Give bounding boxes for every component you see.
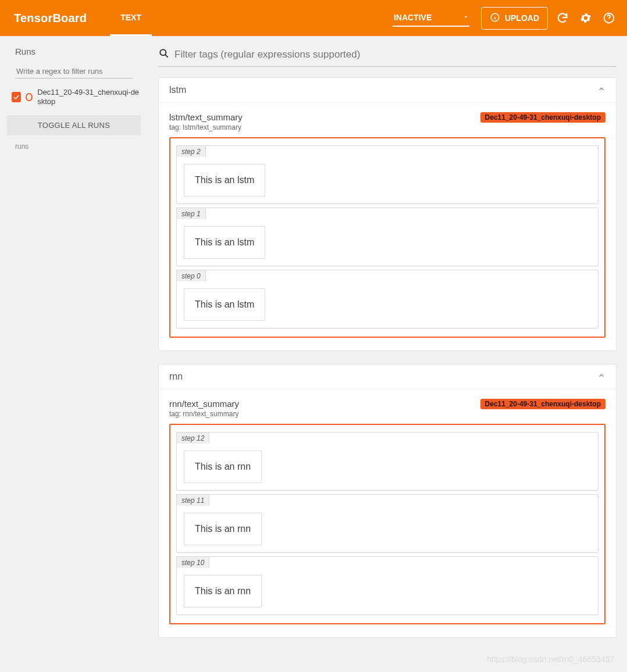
- step-label: step 12: [176, 432, 209, 444]
- step-text: This is an rnn: [184, 451, 262, 483]
- step-text: This is an lstm: [184, 288, 265, 321]
- chevron-down-icon: [462, 13, 469, 22]
- step-label: step 2: [176, 145, 206, 157]
- run-badge: Dec11_20-49-31_chenxuqi-desktop: [480, 399, 605, 409]
- chevron-up-icon: [597, 371, 605, 382]
- tag-filter-input[interactable]: [174, 49, 617, 60]
- toggle-all-runs-button[interactable]: TOGGLE ALL RUNS: [7, 115, 141, 135]
- step-text: This is an rnn: [184, 575, 262, 607]
- header-icons: [556, 12, 615, 24]
- step-card: step 11 This is an rnn: [176, 494, 598, 553]
- inactive-label: INACTIVE: [394, 13, 432, 22]
- panel-lstm: lstm lstm/text_summary tag: lstm/text_su…: [158, 77, 617, 351]
- info-icon: [490, 12, 505, 24]
- step-label: step 1: [176, 208, 206, 219]
- tab-text[interactable]: TEXT: [110, 0, 152, 36]
- step-text: This is an rnn: [184, 513, 262, 545]
- run-checkbox[interactable]: [12, 92, 21, 102]
- main-content: lstm lstm/text_summary tag: lstm/text_su…: [148, 36, 627, 672]
- sidebar-footer-label: runs: [15, 142, 133, 151]
- steps-container: step 12 This is an rnn step 11 This is a…: [169, 424, 605, 624]
- app-brand: TensorBoard: [14, 12, 87, 25]
- summary-tag: tag: lstm/text_summary: [169, 123, 243, 131]
- steps-container: step 2 This is an lstm step 1 This is an…: [169, 137, 605, 338]
- chevron-up-icon: [597, 85, 605, 95]
- summary-header: rnn/text_summary tag: rnn/text_summary D…: [169, 399, 605, 418]
- panel-body: lstm/text_summary tag: lstm/text_summary…: [159, 103, 616, 351]
- panel-body: rnn/text_summary tag: rnn/text_summary D…: [159, 389, 616, 637]
- run-label: Dec11_20-49-31_chenxuqi-desktop: [37, 88, 141, 106]
- run-row[interactable]: Dec11_20-49-31_chenxuqi-desktop: [7, 84, 141, 109]
- step-label: step 10: [176, 556, 209, 568]
- step-card: step 0 This is an lstm: [176, 270, 598, 328]
- panel-header[interactable]: rnn: [159, 364, 616, 389]
- refresh-icon[interactable]: [556, 12, 569, 24]
- step-card: step 1 This is an lstm: [176, 208, 598, 266]
- step-label: step 0: [176, 270, 206, 281]
- svg-point-5: [160, 49, 166, 55]
- tab-label: TEXT: [120, 13, 141, 22]
- run-color-swatch: [26, 93, 33, 101]
- gear-icon[interactable]: [579, 12, 592, 24]
- step-text: This is an lstm: [184, 226, 265, 259]
- runs-filter-input[interactable]: [15, 65, 133, 78]
- help-icon[interactable]: [603, 12, 615, 24]
- sidebar: Runs Dec11_20-49-31_chenxuqi-desktop TOG…: [0, 36, 148, 672]
- step-text: This is an lstm: [184, 164, 265, 196]
- step-card: step 2 This is an lstm: [176, 145, 598, 204]
- inactive-dropdown[interactable]: INACTIVE: [393, 9, 469, 27]
- summary-tag: tag: rnn/text_summary: [169, 410, 239, 418]
- summary-title: lstm/text_summary: [169, 112, 243, 122]
- app-body: Runs Dec11_20-49-31_chenxuqi-desktop TOG…: [0, 36, 627, 672]
- tab-bar: TEXT: [110, 0, 152, 36]
- upload-button[interactable]: UPLOAD: [481, 7, 548, 30]
- upload-label: UPLOAD: [505, 13, 539, 23]
- panel-title: rnn: [169, 371, 183, 382]
- step-card: step 10 This is an rnn: [176, 556, 598, 615]
- step-card: step 12 This is an rnn: [176, 432, 598, 491]
- svg-line-6: [165, 55, 168, 58]
- search-icon: [158, 48, 170, 62]
- panel-rnn: rnn rnn/text_summary tag: rnn/text_summa…: [158, 364, 617, 638]
- tag-filter-row: [158, 45, 617, 67]
- panel-header[interactable]: lstm: [159, 78, 616, 103]
- sidebar-title: Runs: [15, 47, 133, 56]
- summary-title: rnn/text_summary: [169, 399, 239, 409]
- app-header: TensorBoard TEXT INACTIVE UPLOAD: [0, 0, 627, 36]
- step-label: step 11: [176, 494, 209, 506]
- panel-title: lstm: [169, 85, 186, 95]
- run-badge: Dec11_20-49-31_chenxuqi-desktop: [480, 112, 605, 123]
- summary-header: lstm/text_summary tag: lstm/text_summary…: [169, 112, 605, 131]
